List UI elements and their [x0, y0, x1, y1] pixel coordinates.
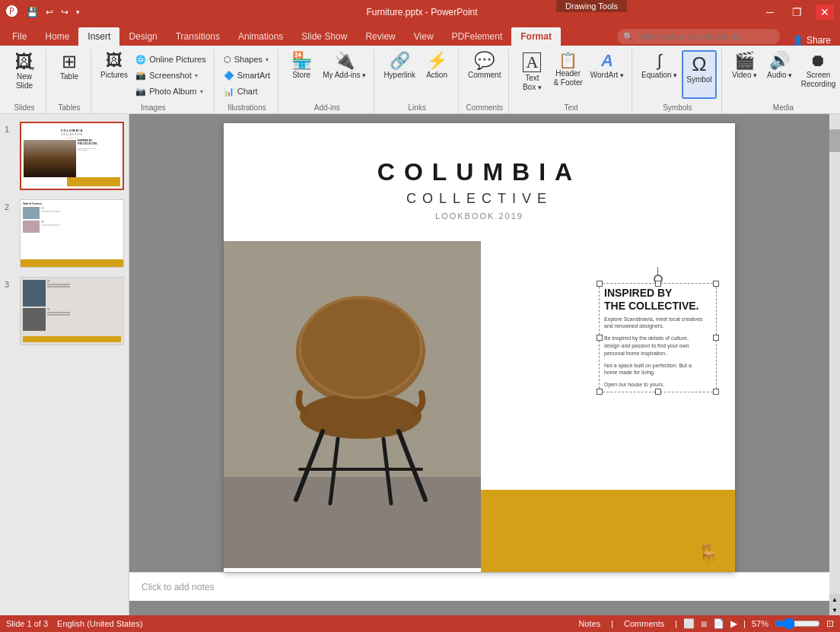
audio-btn[interactable]: 🔊 Audio ▾	[763, 50, 797, 99]
tab-pdfelement[interactable]: PDFelement	[443, 27, 512, 46]
illustrations-group-label: Illustrations	[221, 103, 273, 113]
comment-btn[interactable]: 💬 Comment	[465, 50, 504, 99]
tab-review[interactable]: Review	[356, 27, 404, 46]
thumb3-right-top: 28	[47, 280, 121, 306]
slide-main-year: LOOKBOOK.2019	[224, 211, 735, 221]
table-btn[interactable]: ⊞ Table	[52, 50, 86, 99]
minimize-button[interactable]: ─	[762, 5, 778, 20]
search-box[interactable]: 🔍	[617, 29, 780, 44]
symbol-btn[interactable]: Ω Symbol	[682, 50, 716, 99]
handle-mr[interactable]	[713, 335, 719, 341]
thumb2-gold-bar	[21, 259, 123, 267]
thumb2-row1: 24	[23, 207, 121, 219]
undo-button[interactable]: ↩	[43, 5, 56, 19]
zoom-fit-icon[interactable]: ⊡	[826, 618, 834, 629]
comments-status-btn[interactable]: Comments	[619, 618, 669, 629]
slide-thumb-2[interactable]: 2 Table of Contents 24 28	[3, 198, 126, 269]
text-box-selected[interactable]: INSPIRED BYTHE COLLECTIVE. Explore Scand…	[599, 283, 717, 392]
tab-file[interactable]: File	[3, 27, 36, 46]
chart-btn[interactable]: 📊 Chart	[221, 84, 273, 99]
svg-rect-1	[224, 477, 481, 568]
thumb3-top: 28	[23, 280, 121, 306]
zoom-slider[interactable]	[775, 618, 820, 630]
text-box-btn[interactable]: A TextBox ▾	[515, 50, 549, 99]
photo-album-btn[interactable]: 📷 Photo Album ▾	[132, 84, 209, 99]
hyperlink-icon: 🔗	[390, 52, 410, 69]
header-footer-btn[interactable]: 📋 Header& Footer	[550, 50, 585, 99]
scroll-down-btn[interactable]: ▼	[829, 605, 840, 615]
tab-home[interactable]: Home	[36, 27, 78, 46]
tab-design[interactable]: Design	[119, 27, 166, 46]
comment-label: Comment	[468, 71, 501, 80]
handle-br[interactable]	[713, 389, 719, 395]
shapes-btn[interactable]: ⬡ Shapes ▾	[221, 52, 273, 67]
search-input[interactable]	[637, 32, 774, 41]
screenshot-label: Screenshot	[149, 71, 192, 80]
slide-canvas[interactable]: COLUMBIA COLLECTIVE LOOKBOOK.2019	[224, 123, 735, 572]
thumb2-title: Table of Contents	[23, 202, 121, 205]
links-group-items: 🔗 Hyperlink ⚡ Action	[380, 50, 453, 103]
video-icon: 🎬	[734, 52, 755, 69]
tab-insert[interactable]: Insert	[78, 27, 119, 46]
handle-bm[interactable]	[655, 389, 661, 395]
wordart-btn[interactable]: A WordArt ▾	[587, 50, 627, 99]
text-body-3: Not a space built on perfection. But aho…	[604, 362, 711, 377]
online-pictures-btn[interactable]: 🌐 Online Pictures	[132, 52, 209, 67]
shapes-icon: ⬡	[224, 55, 231, 65]
handle-tl[interactable]	[597, 281, 603, 287]
tab-slideshow[interactable]: Slide Show	[292, 27, 356, 46]
tab-format[interactable]: Format	[511, 27, 561, 46]
search-icon: 🔍	[623, 32, 634, 42]
notes-bar[interactable]: Click to add notes	[129, 572, 829, 601]
video-btn[interactable]: 🎬 Video ▾	[728, 50, 762, 99]
slide-thumb-3[interactable]: 3 28 30	[3, 275, 126, 347]
view-slideshow-icon[interactable]: ▶	[730, 618, 737, 629]
handle-tm[interactable]	[655, 281, 661, 287]
tab-animations[interactable]: Animations	[229, 27, 292, 46]
ribbon-group-links: 🔗 Hyperlink ⚡ Action Links	[376, 49, 459, 113]
tab-transitions[interactable]: Transitions	[167, 27, 229, 46]
action-btn[interactable]: ⚡ Action	[420, 50, 453, 99]
restore-button[interactable]: ❐	[788, 5, 807, 20]
close-button[interactable]: ✕	[816, 5, 834, 20]
customize-quick-access-button[interactable]: ▾	[74, 7, 82, 17]
screen-recording-btn[interactable]: ⏺ ScreenRecording	[798, 50, 839, 99]
slide-thumb-1[interactable]: 1 COLUMBIA COLLECTIVE LOOKBOOK.2019 INSP…	[3, 120, 126, 192]
gold-bar: 🪑	[481, 490, 735, 572]
share-icon: 👤	[792, 35, 803, 46]
slides-group-label: Slides	[8, 103, 41, 113]
redo-button[interactable]: ↪	[59, 5, 71, 19]
thumb3-img1	[23, 280, 46, 306]
handle-ml[interactable]	[597, 335, 603, 341]
equation-btn[interactable]: ∫ Equation ▾	[638, 50, 680, 99]
vertical-scrollbar[interactable]: ▲ ▼	[829, 114, 840, 615]
media-group-label: Media	[728, 103, 839, 113]
view-reading-icon[interactable]: 📄	[713, 618, 724, 629]
thumb1-subtitle: COLLECTIVE	[24, 133, 120, 136]
scroll-up-btn[interactable]: ▲	[829, 594, 840, 605]
notes-status-btn[interactable]: Notes	[574, 618, 605, 629]
handle-tr[interactable]	[713, 281, 719, 287]
view-slide-sorter-icon[interactable]: ⊞	[701, 620, 707, 628]
store-icon: 🏪	[291, 52, 312, 69]
smartart-label: SmartArt	[237, 71, 270, 80]
text-body-1: Explore Scandinavia, meet local creative…	[604, 316, 711, 331]
view-normal-icon[interactable]: ⬜	[683, 618, 695, 629]
audio-label: Audio ▾	[767, 71, 792, 80]
new-slide-btn[interactable]: 🖼 ▾ NewSlide	[8, 50, 41, 99]
screenshot-btn[interactable]: 📸 Screenshot ▾	[132, 68, 209, 83]
my-addins-btn[interactable]: 🔌 My Add-ins ▾	[320, 50, 369, 99]
slide-count: Slide 1 of 3	[6, 619, 48, 628]
equation-icon: ∫	[657, 52, 662, 69]
save-button[interactable]: 💾	[24, 5, 40, 19]
smartart-btn[interactable]: 🔷 SmartArt	[221, 68, 273, 83]
share-button[interactable]: 👤 Share	[786, 35, 837, 46]
hyperlink-btn[interactable]: 🔗 Hyperlink	[380, 50, 418, 99]
scrollbar-thumb-v[interactable]	[829, 129, 840, 152]
pictures-btn[interactable]: 🖼 Pictures	[97, 50, 131, 99]
scrollbar-arrows-v: ▲ ▼	[829, 594, 840, 615]
tab-view[interactable]: View	[405, 27, 443, 46]
handle-bl[interactable]	[597, 389, 603, 395]
store-btn[interactable]: 🏪 Store	[285, 50, 318, 99]
photo-album-label: Photo Album	[149, 87, 196, 96]
